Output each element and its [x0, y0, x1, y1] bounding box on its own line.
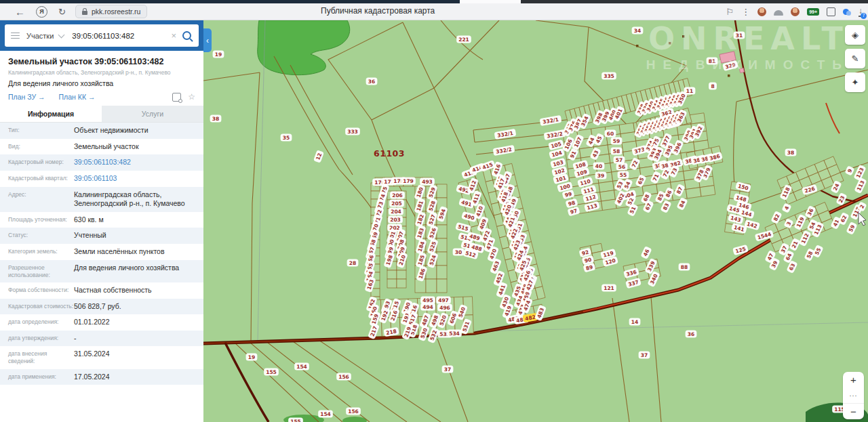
menu-icon[interactable] [11, 33, 20, 39]
parcel-label[interactable]: 494 [420, 303, 435, 311]
parcel-label[interactable]: 19 [246, 354, 258, 361]
parcel-address-line: Калининградская область, Зеленоградский … [8, 69, 195, 76]
parcel-label[interactable]: 534 [447, 330, 462, 337]
parcel-label[interactable]: 35 [281, 134, 292, 142]
refresh-icon[interactable]: ↻ [58, 7, 66, 16]
parcel-label[interactable]: 204 [389, 208, 403, 215]
parcel-label[interactable]: 496 [437, 304, 452, 312]
parcel-label[interactable]: 81 [707, 58, 718, 65]
parcel-label[interactable]: 56 [616, 163, 628, 171]
parcel-label[interactable]: 154 [318, 410, 333, 418]
parcel-label[interactable]: 8 [709, 83, 717, 90]
parcel-label[interactable]: 12 [313, 150, 324, 163]
parcel-label[interactable]: 58 [611, 148, 623, 155]
extension-blue-icon[interactable] [843, 8, 851, 16]
layers-button[interactable]: ◈ [845, 25, 865, 45]
parcel-label[interactable]: 515 [455, 222, 471, 233]
parcel-label[interactable]: 59 [611, 138, 623, 145]
parcel-label[interactable]: 97 [567, 207, 580, 217]
search-input[interactable]: 39:05:061103:482 [72, 32, 168, 40]
doc-search-icon[interactable] [172, 93, 181, 102]
parcel-label[interactable]: 31 [734, 32, 745, 39]
parcel-label[interactable]: 9 [845, 165, 855, 175]
parcel-label[interactable]: 40 [593, 163, 605, 170]
parcel-label[interactable]: 332/1 [540, 115, 562, 126]
zoom-in-button[interactable]: + [843, 372, 864, 387]
parcel-label[interactable]: 14 [629, 318, 641, 326]
collapse-panel-button[interactable]: ‹ [203, 28, 212, 52]
parcel-label[interactable]: 46 [640, 246, 652, 259]
parcel-label[interactable]: 36 [366, 78, 378, 85]
plan-zu-link[interactable]: План ЗУ → [8, 93, 45, 101]
chevron-down-icon[interactable] [58, 31, 65, 38]
parcel-label[interactable]: 105 [548, 140, 564, 150]
parcel-label[interactable]: 154 [294, 363, 309, 371]
parcel-label[interactable]: 59 [846, 221, 857, 235]
parcel-label[interactable]: 36 [686, 331, 697, 338]
parcel-label[interactable]: 113 [854, 177, 867, 194]
extension-avatar-icon[interactable] [757, 7, 766, 16]
parcel-label[interactable]: 19 [213, 51, 224, 58]
bookmark-icon[interactable]: ⚐ [726, 7, 734, 16]
parcel-label[interactable]: 60 [605, 130, 616, 138]
zoom-more-button[interactable]: ··· [843, 387, 864, 403]
parcel-label[interactable]: 179 [401, 177, 416, 185]
parcel-label[interactable]: 38 [210, 115, 222, 123]
parcel-label[interactable]: 4 [782, 203, 792, 213]
parcel-label[interactable]: 88 [679, 263, 690, 271]
incognito-icon[interactable] [774, 10, 783, 16]
menu-dots-icon[interactable]: ⋮ [741, 7, 750, 16]
parcel-label[interactable]: 57 [614, 156, 625, 164]
yandex-icon[interactable]: Я [36, 6, 47, 18]
parcel-label[interactable]: 37 [442, 366, 454, 373]
star-icon[interactable]: ☆ [188, 92, 195, 102]
parcel-label[interactable]: 495 [420, 297, 435, 304]
parcel-label[interactable]: 332/2 [544, 129, 566, 140]
parcel-label[interactable]: 55 [812, 245, 823, 258]
clear-search-icon[interactable]: × [171, 30, 176, 41]
row-value-link[interactable]: 39:05:061103:482 [74, 158, 198, 167]
plan-kk-link[interactable]: План КК → [59, 93, 96, 101]
search-icon[interactable] [182, 31, 191, 40]
extension-avatar-icon-2[interactable] [791, 7, 800, 16]
parcel-label[interactable]: 156 [336, 373, 351, 381]
row-value-link[interactable]: 39:05:061103 [74, 174, 198, 184]
parcel-label[interactable]: 203 [388, 216, 403, 224]
parcel-label[interactable]: 34 [632, 27, 644, 35]
parcel-label[interactable]: 332/2 [493, 145, 515, 156]
parcel-label[interactable]: 333 [345, 128, 360, 135]
parcel-label[interactable]: 55 [618, 171, 629, 179]
zoom-out-button[interactable]: − [843, 403, 864, 419]
parcel-label[interactable]: 493 [420, 178, 435, 186]
parcel-label[interactable]: 61103 [374, 148, 405, 159]
parcel-label[interactable]: 155 [288, 418, 303, 422]
measure-button[interactable]: ✎ [845, 49, 865, 68]
extension-badge-99[interactable]: 99+ [807, 8, 819, 16]
locate-button[interactable]: ✦ [845, 72, 865, 92]
parcel-label[interactable]: 104 [549, 148, 565, 159]
row-value: Земли населённых пунктов [74, 247, 198, 257]
download-icon[interactable]: ↓7 [859, 7, 863, 17]
parcel-label[interactable]: 206 [390, 192, 405, 199]
parcel-label[interactable]: 497 [436, 297, 451, 304]
parcel-label[interactable]: 38 [785, 149, 797, 156]
parcel-label[interactable]: 155 [264, 368, 279, 376]
back-icon[interactable]: ← [15, 7, 25, 17]
parcel-label[interactable]: 221 [456, 36, 471, 43]
parcel-label[interactable]: 37 [639, 352, 650, 359]
cadastral-map[interactable]: 1922136383533312611032829303431335811183… [203, 20, 868, 422]
parcel-label[interactable]: 39 [595, 172, 607, 180]
search-field[interactable]: Участки 39:05:061103:482 × [5, 24, 199, 47]
parcel-label[interactable]: 205 [389, 200, 404, 207]
address-bar[interactable]: pkk.rosreestr.ru [75, 5, 147, 18]
search-category-select[interactable]: Участки [26, 32, 54, 40]
extension-outline-icon[interactable] [827, 7, 835, 16]
map-canvas[interactable]: 1922136383533312611032829303431335811183… [203, 20, 868, 422]
tab-services[interactable]: Услуги [102, 106, 203, 122]
parcel-label[interactable]: 30 [453, 249, 465, 256]
tab-information[interactable]: Информация [0, 106, 102, 122]
parcel-label[interactable]: 28 [347, 259, 359, 267]
parcel-label[interactable]: 121 [601, 284, 616, 292]
parcel-label[interactable]: 156 [346, 408, 361, 415]
parcel-label[interactable]: 335 [601, 72, 616, 80]
